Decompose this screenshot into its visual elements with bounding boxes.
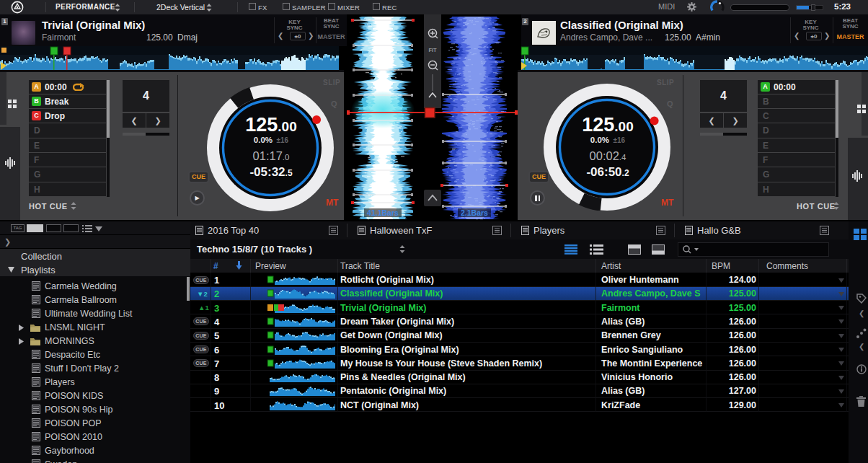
svg-text:2.1Bars: 2.1Bars	[461, 208, 488, 217]
svg-text:FIT: FIT	[428, 47, 437, 53]
svg-text:41.1Bars: 41.1Bars	[367, 208, 399, 217]
